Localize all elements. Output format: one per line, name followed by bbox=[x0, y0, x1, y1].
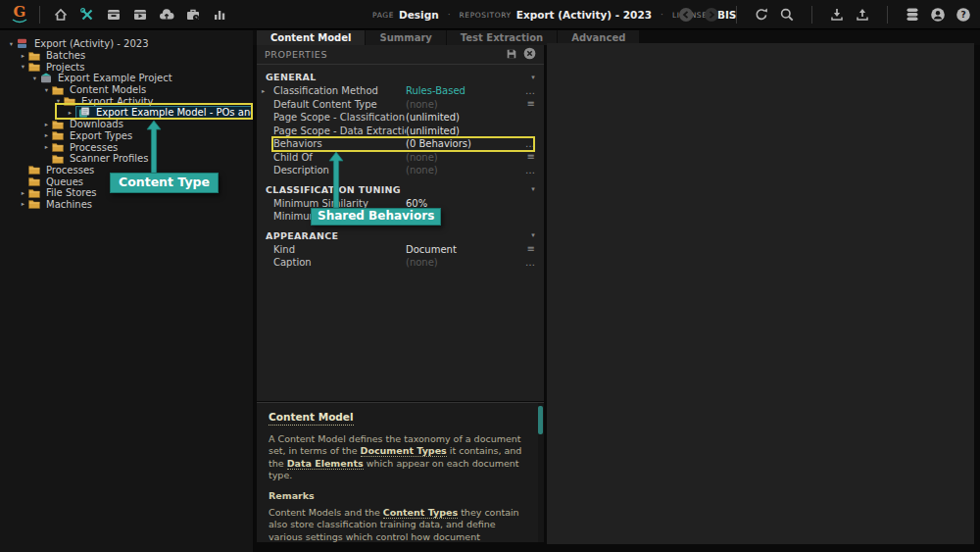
expander-open-icon[interactable]: ▾ bbox=[29, 75, 40, 82]
section-header-appearance[interactable]: APPEARANCE▾ bbox=[257, 228, 544, 243]
scrollbar-thumb[interactable] bbox=[538, 406, 543, 434]
menu-button[interactable]: ≡ bbox=[520, 153, 544, 161]
property-row-default-content-type[interactable]: Default Content Type(none)≡ bbox=[257, 98, 544, 112]
topbar-right-icons: ? bbox=[675, 0, 974, 29]
user-icon[interactable] bbox=[927, 4, 949, 25]
help-scrollbar[interactable] bbox=[538, 403, 544, 542]
tree-item-batches[interactable]: ▸Batches bbox=[0, 50, 253, 62]
help-icon[interactable]: ? bbox=[953, 4, 974, 25]
repository-value[interactable]: Export (Activity) - 2023 bbox=[516, 9, 652, 21]
batch-process-icon[interactable] bbox=[129, 4, 151, 25]
expander-closed-icon[interactable]: ▸ bbox=[65, 109, 75, 117]
tree-item-label: Export (Activity) - 2023 bbox=[31, 38, 152, 49]
help-link-content-types[interactable]: Content Types bbox=[383, 507, 458, 519]
ellipsis-button[interactable]: … bbox=[520, 140, 544, 148]
property-row-classification-method[interactable]: ▸Classification MethodRules-Based… bbox=[257, 84, 544, 98]
tab-content-model[interactable]: Content Model bbox=[257, 30, 365, 45]
tree-item-machines[interactable]: ▸Machines bbox=[0, 199, 253, 211]
grooper-logo[interactable]: G bbox=[10, 5, 29, 24]
tree-item-projects[interactable]: ▾Projects bbox=[0, 61, 253, 73]
expander-closed-icon[interactable]: ▸ bbox=[18, 189, 28, 197]
property-row-page-scope-classification[interactable]: Page Scope - Classification(unlimited) bbox=[257, 111, 544, 125]
section-title: CLASSIFICATION TUNING bbox=[266, 184, 401, 195]
property-value[interactable]: (none) bbox=[406, 257, 520, 268]
help-link-data-elements[interactable]: Data Elements bbox=[287, 458, 364, 470]
chevron-down-icon[interactable]: ▾ bbox=[531, 185, 535, 193]
tree-item-export-example-model-pos-and-invoices[interactable]: ▸Export Example Model - POs and Invoices bbox=[0, 107, 253, 119]
tree-item-content-models[interactable]: ▾Content Models bbox=[0, 84, 253, 96]
tab-summary[interactable]: Summary bbox=[366, 30, 445, 45]
expander-open-icon[interactable]: ▾ bbox=[18, 63, 28, 71]
property-row-behaviors[interactable]: Behaviors(0 Behaviors)… bbox=[257, 137, 544, 151]
tree-item-label: Export Activity bbox=[78, 96, 156, 107]
batches-icon[interactable] bbox=[103, 4, 124, 25]
design-tools-icon[interactable] bbox=[76, 4, 98, 25]
selected-tree-item[interactable]: Export Example Model - POs and Invoices bbox=[75, 106, 253, 119]
section-header-general[interactable]: GENERAL▾ bbox=[257, 70, 544, 84]
property-row-page-scope-data-extraction[interactable]: Page Scope - Data Extraction(unlimited) bbox=[257, 125, 544, 138]
property-row-description[interactable]: Description(none)… bbox=[257, 164, 544, 177]
tree-item-export-example-project[interactable]: ▾Export Example Project bbox=[0, 73, 253, 84]
properties-title: PROPERTIES bbox=[265, 49, 327, 60]
property-value[interactable]: (unlimited) bbox=[406, 125, 520, 136]
property-value[interactable]: (none) bbox=[406, 165, 520, 176]
property-value[interactable]: Rules-Based bbox=[406, 85, 520, 96]
property-value[interactable]: (0 Behaviors) bbox=[406, 138, 520, 149]
folder-icon bbox=[28, 199, 40, 209]
folder-icon bbox=[28, 188, 40, 198]
help-paragraph: Content Models and the Content Types the… bbox=[269, 507, 530, 542]
tree-item-label: Export Example Project bbox=[55, 73, 175, 83]
help-title-link[interactable]: Content Model bbox=[269, 411, 354, 426]
expander-closed-icon[interactable]: ▸ bbox=[18, 200, 28, 208]
home-icon[interactable] bbox=[50, 4, 72, 25]
section-title: APPEARANCE bbox=[266, 230, 338, 241]
property-label: Kind bbox=[273, 244, 406, 255]
expander-closed-icon[interactable]: ▸ bbox=[41, 121, 52, 128]
expander-closed-icon[interactable]: ▸ bbox=[18, 52, 28, 60]
database-icon[interactable] bbox=[902, 4, 923, 25]
ellipsis-button[interactable]: … bbox=[520, 87, 544, 95]
tab-test-extraction[interactable]: Test Extraction bbox=[447, 30, 557, 45]
expander-open-icon[interactable]: ▾ bbox=[6, 40, 17, 48]
tree-item-export-activity-2023[interactable]: ▾Export (Activity) - 2023 bbox=[0, 38, 253, 50]
stats-icon[interactable] bbox=[209, 4, 230, 25]
tree-item-scanner-profiles[interactable]: Scanner Profiles bbox=[0, 153, 253, 165]
expander-open-icon[interactable]: ▾ bbox=[41, 86, 52, 94]
tree-item-processes[interactable]: ▸Processes bbox=[0, 141, 253, 153]
ellipsis-button[interactable]: … bbox=[520, 167, 544, 175]
tree-item-downloads[interactable]: ▸Downloads bbox=[0, 119, 253, 130]
menu-button[interactable]: ≡ bbox=[520, 245, 544, 253]
chevron-down-icon[interactable]: ▾ bbox=[531, 74, 535, 81]
refresh-icon[interactable] bbox=[751, 4, 772, 25]
property-value[interactable]: (none) bbox=[406, 99, 520, 110]
property-row-child-of[interactable]: Child Of(none)≡ bbox=[257, 151, 544, 165]
cancel-icon[interactable] bbox=[523, 47, 536, 62]
download-icon[interactable] bbox=[826, 4, 848, 25]
tree-item-export-activity[interactable]: ▾Export Activity bbox=[0, 95, 253, 107]
row-expander-icon[interactable]: ▸ bbox=[262, 87, 265, 95]
section-header-classification-tuning[interactable]: CLASSIFICATION TUNING▾ bbox=[257, 182, 544, 197]
expander-closed-icon[interactable]: ▸ bbox=[41, 131, 52, 139]
page-value[interactable]: Design bbox=[399, 9, 439, 21]
back-icon[interactable] bbox=[675, 4, 697, 25]
chevron-down-icon[interactable]: ▾ bbox=[531, 231, 535, 239]
ellipsis-button[interactable]: … bbox=[520, 259, 544, 267]
menu-button[interactable]: ≡ bbox=[520, 100, 544, 108]
cloud-upload-icon[interactable] bbox=[156, 4, 177, 25]
toolbar-divider bbox=[39, 6, 40, 24]
save-icon[interactable] bbox=[506, 48, 517, 62]
property-value[interactable]: (none) bbox=[406, 152, 520, 163]
help-link-document-types[interactable]: Document Types bbox=[361, 445, 447, 457]
property-value[interactable]: (unlimited) bbox=[406, 112, 520, 123]
upload-icon[interactable] bbox=[852, 4, 873, 25]
property-row-kind[interactable]: KindDocument≡ bbox=[257, 243, 544, 257]
forward-icon[interactable] bbox=[701, 4, 722, 25]
expander-open-icon[interactable]: ▾ bbox=[53, 97, 64, 105]
property-label: Page Scope - Classification bbox=[273, 112, 406, 123]
tree-item-export-types[interactable]: ▸Export Types bbox=[0, 130, 253, 142]
jobs-icon[interactable] bbox=[182, 4, 204, 25]
property-row-caption[interactable]: Caption(none)… bbox=[257, 256, 544, 270]
property-value[interactable]: Document bbox=[406, 244, 520, 255]
search-icon[interactable] bbox=[776, 4, 798, 25]
expander-closed-icon[interactable]: ▸ bbox=[41, 143, 52, 151]
